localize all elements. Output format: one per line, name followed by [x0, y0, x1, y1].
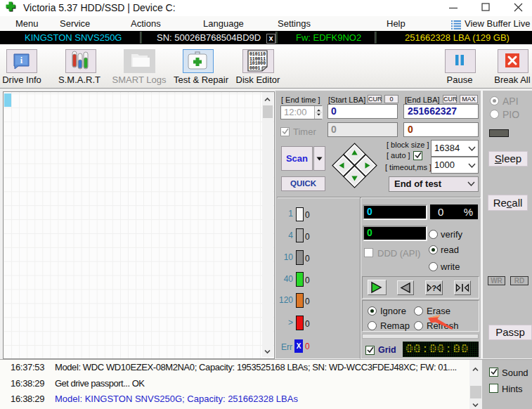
- svg-text:0001: 0001: [249, 66, 261, 71]
- svg-text:?: ?: [432, 284, 436, 292]
